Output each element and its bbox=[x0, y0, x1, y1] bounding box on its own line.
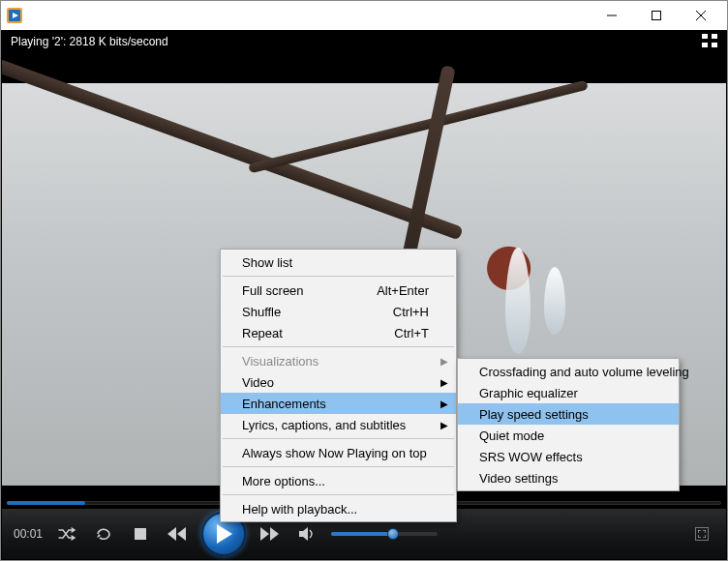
context-menu[interactable]: Show listFull screenAlt+EnterShuffleCtrl… bbox=[220, 249, 457, 522]
menu-item[interactable]: Full screenAlt+Enter bbox=[221, 280, 456, 301]
submenu-item[interactable]: Crossfading and auto volume leveling bbox=[458, 361, 679, 382]
submenu-item-label: Quiet mode bbox=[479, 428, 544, 443]
menu-item[interactable]: Enhancements▶ bbox=[221, 393, 456, 414]
enhancements-submenu[interactable]: Crossfading and auto volume levelingGrap… bbox=[457, 358, 680, 491]
close-button[interactable] bbox=[679, 1, 723, 30]
submenu-caret-icon: ▶ bbox=[440, 399, 448, 409]
volume-thumb[interactable] bbox=[387, 528, 399, 540]
status-bar: Playing '2': 2818 K bits/second bbox=[1, 30, 727, 53]
svg-rect-7 bbox=[702, 34, 708, 39]
menu-item: Visualizations▶ bbox=[221, 350, 456, 371]
title-bar bbox=[1, 1, 727, 30]
menu-item[interactable]: More options... bbox=[221, 470, 456, 491]
fullscreen-button[interactable] bbox=[689, 521, 714, 546]
submenu-item-label: SRS WOW effects bbox=[479, 450, 583, 464]
svg-rect-8 bbox=[712, 34, 717, 39]
svg-marker-13 bbox=[167, 527, 176, 541]
previous-button[interactable] bbox=[165, 521, 190, 546]
status-text: Playing '2': 2818 K bits/second bbox=[11, 35, 168, 48]
svg-marker-17 bbox=[270, 527, 279, 541]
window-controls bbox=[590, 1, 723, 30]
mute-button[interactable] bbox=[294, 521, 319, 546]
svg-marker-14 bbox=[177, 527, 186, 541]
menu-item-shortcut: Ctrl+T bbox=[394, 326, 429, 340]
submenu-item-label: Graphic equalizer bbox=[479, 386, 578, 400]
menu-separator bbox=[223, 494, 454, 495]
menu-separator bbox=[223, 346, 454, 347]
shuffle-button[interactable] bbox=[54, 521, 79, 546]
submenu-item-label: Play speed settings bbox=[479, 407, 589, 422]
maximize-button[interactable] bbox=[634, 1, 679, 30]
submenu-item[interactable]: Video settings bbox=[458, 467, 679, 488]
submenu-item[interactable]: Play speed settings bbox=[458, 403, 679, 425]
submenu-caret-icon: ▶ bbox=[440, 356, 448, 367]
menu-item[interactable]: RepeatCtrl+T bbox=[221, 322, 456, 343]
menu-separator bbox=[223, 466, 454, 467]
seek-fill bbox=[7, 501, 85, 505]
app-icon bbox=[7, 8, 22, 23]
submenu-caret-icon: ▶ bbox=[440, 420, 448, 430]
menu-item-label: Always show Now Playing on top bbox=[242, 446, 427, 460]
menu-separator bbox=[223, 276, 454, 277]
menu-separator bbox=[223, 438, 454, 439]
minimize-button[interactable] bbox=[590, 1, 634, 30]
menu-item[interactable]: Video▶ bbox=[221, 371, 456, 393]
menu-item[interactable]: Lyrics, captions, and subtitles▶ bbox=[221, 414, 456, 435]
menu-item-shortcut: Ctrl+H bbox=[393, 305, 429, 319]
menu-item-label: Lyrics, captions, and subtitles bbox=[242, 418, 406, 432]
menu-item-shortcut: Alt+Enter bbox=[377, 283, 429, 298]
menu-item-label: Repeat bbox=[242, 326, 283, 340]
svg-rect-12 bbox=[135, 528, 146, 540]
svg-marker-15 bbox=[217, 524, 232, 544]
menu-item[interactable]: Show list bbox=[221, 251, 456, 273]
svg-rect-10 bbox=[712, 43, 717, 47]
menu-item-label: More options... bbox=[242, 474, 325, 488]
svg-rect-9 bbox=[702, 43, 708, 47]
submenu-item[interactable]: Quiet mode bbox=[458, 425, 679, 446]
submenu-item[interactable]: SRS WOW effects bbox=[458, 446, 679, 467]
volume-slider[interactable] bbox=[331, 532, 438, 536]
svg-marker-11 bbox=[97, 534, 101, 538]
menu-item-label: Enhancements bbox=[242, 397, 326, 411]
submenu-item[interactable]: Graphic equalizer bbox=[458, 382, 679, 403]
submenu-item-label: Crossfading and auto volume leveling bbox=[479, 365, 689, 379]
menu-item[interactable]: Always show Now Playing on top bbox=[221, 442, 456, 463]
menu-item-label: Help with playback... bbox=[242, 502, 357, 517]
submenu-caret-icon: ▶ bbox=[440, 377, 448, 388]
svg-rect-4 bbox=[652, 12, 661, 20]
menu-item-label: Shuffle bbox=[242, 305, 281, 319]
submenu-item-label: Video settings bbox=[479, 471, 558, 486]
svg-marker-16 bbox=[260, 527, 269, 541]
title-bar-left bbox=[7, 8, 28, 23]
menu-item-label: Full screen bbox=[242, 283, 304, 298]
repeat-button[interactable] bbox=[91, 521, 116, 546]
next-button[interactable] bbox=[258, 521, 283, 546]
svg-marker-18 bbox=[299, 527, 308, 541]
elapsed-time: 00:01 bbox=[14, 527, 43, 541]
menu-item[interactable]: Help with playback... bbox=[221, 498, 456, 519]
volume-fill bbox=[331, 532, 393, 536]
stop-button[interactable] bbox=[128, 521, 153, 546]
menu-item-label: Video bbox=[242, 375, 274, 390]
view-library-icon[interactable] bbox=[702, 34, 717, 50]
app-window: Playing '2': 2818 K bits/second 00:01 bbox=[0, 0, 728, 561]
menu-item-label: Show list bbox=[242, 255, 292, 270]
menu-item[interactable]: ShuffleCtrl+H bbox=[221, 301, 456, 322]
menu-item-label: Visualizations bbox=[242, 354, 318, 369]
